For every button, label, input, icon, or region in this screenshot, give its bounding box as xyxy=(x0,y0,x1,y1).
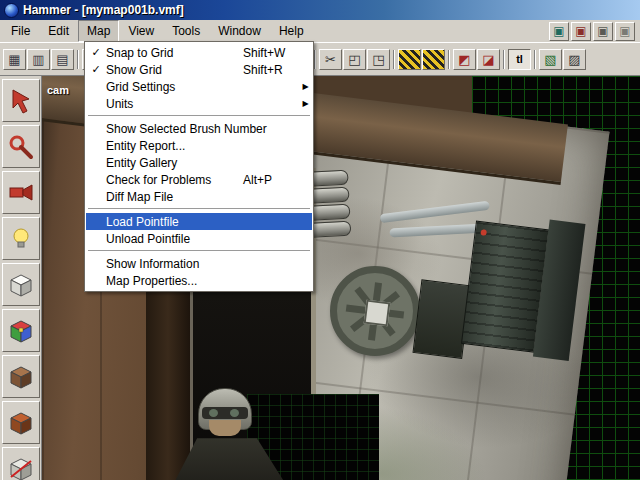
tool-palette xyxy=(0,76,42,480)
menu-item-label: Check for Problems xyxy=(106,173,243,187)
overlay-tool-button[interactable] xyxy=(2,401,40,444)
valve-hub xyxy=(364,300,391,327)
menu-item-entity-gallery[interactable]: Entity Gallery xyxy=(86,154,312,171)
white-cube-icon xyxy=(8,272,34,298)
grid-larger-button[interactable]: ▤ xyxy=(51,49,74,70)
menu-item-label: Show Grid xyxy=(106,63,243,77)
menu-item-entity-report[interactable]: Entity Report... xyxy=(86,137,312,154)
grid-smaller-button[interactable]: ▥ xyxy=(27,49,50,70)
hammer-app-icon xyxy=(4,3,19,18)
texture-application-tool-button[interactable] xyxy=(2,309,40,352)
menu-item-show-grid[interactable]: ✓ Show Grid Shift+R xyxy=(86,61,312,78)
menu-map[interactable]: Map xyxy=(78,20,119,42)
camera-viewport-label: cam xyxy=(47,84,69,96)
menu-item-show-information[interactable]: Show Information xyxy=(86,255,312,272)
menu-separator xyxy=(88,115,310,117)
selection-arrow-icon xyxy=(8,88,34,114)
select-touching-button[interactable]: ◩ xyxy=(453,49,476,70)
menu-bar: File Edit Map View Tools Window Help ▣ ▣… xyxy=(0,20,640,42)
soldier-face xyxy=(209,420,241,436)
block-tool-button[interactable] xyxy=(2,263,40,306)
entity-tool-button[interactable] xyxy=(2,217,40,260)
menu-item-grid-settings[interactable]: Grid Settings ▶ xyxy=(86,78,312,95)
menu-item-label: Snap to Grid xyxy=(106,46,243,60)
menu-item-label: Show Selected Brush Number xyxy=(106,122,267,136)
menu-window[interactable]: Window xyxy=(209,20,270,42)
menu-tools[interactable]: Tools xyxy=(163,20,209,42)
cube-teal-icon[interactable]: ▣ xyxy=(549,22,569,41)
goggle-lens xyxy=(209,409,218,417)
menu-edit[interactable]: Edit xyxy=(39,20,78,42)
menu-item-label: Units xyxy=(106,97,243,111)
menu-item-map-properties[interactable]: Map Properties... xyxy=(86,272,312,289)
toggle-grid-button[interactable]: ▦ xyxy=(3,49,26,70)
clipping-tool-button[interactable] xyxy=(2,447,40,480)
texture-application-button[interactable]: ▧ xyxy=(539,49,562,70)
menu-item-label: Show Information xyxy=(106,257,243,271)
cube-red-icon[interactable]: ▣ xyxy=(571,22,591,41)
menu-item-label: Grid Settings xyxy=(106,80,243,94)
orange-cube-icon xyxy=(8,410,34,436)
submenu-arrow-icon: ▶ xyxy=(299,99,312,108)
toolbar-separator xyxy=(77,50,79,69)
toolbar-separator xyxy=(448,50,450,69)
soldier-torso xyxy=(162,434,292,480)
menu-item-shortcut: Alt+P xyxy=(243,173,299,187)
toolbar-separator xyxy=(393,50,395,69)
cube-dark-icon[interactable]: ▣ xyxy=(615,22,635,41)
menu-file[interactable]: File xyxy=(2,20,39,42)
brown-cube-icon xyxy=(8,364,34,390)
copy-button[interactable]: ◰ xyxy=(343,49,366,70)
cordon-edit-button[interactable] xyxy=(398,49,421,70)
window-title: Hammer - [mymap001b.vmf] xyxy=(23,3,184,17)
menu-item-shortcut: Shift+W xyxy=(243,46,299,60)
select-inside-button[interactable]: ◪ xyxy=(477,49,500,70)
menu-item-load-pointfile[interactable]: Load Pointfile xyxy=(86,213,312,230)
goggle-lens xyxy=(230,409,239,417)
menu-item-label: Entity Report... xyxy=(106,139,243,153)
menu-item-unload-pointfile[interactable]: Unload Pointfile xyxy=(86,230,312,247)
menu-separator xyxy=(88,208,310,210)
menu-item-label: Unload Pointfile xyxy=(106,232,243,246)
menu-help[interactable]: Help xyxy=(270,20,313,42)
menu-item-diff-map-file[interactable]: Diff Map File xyxy=(86,188,312,205)
cube-gray-icon[interactable]: ▣ xyxy=(593,22,613,41)
rainbow-cube-icon xyxy=(8,318,34,344)
hammer-editor-window: Hammer - [mymap001b.vmf] File Edit Map V… xyxy=(0,0,640,480)
checkmark-icon: ✓ xyxy=(86,46,106,59)
displacement-mask-button[interactable]: ▨ xyxy=(563,49,586,70)
submenu-arrow-icon: ▶ xyxy=(299,82,312,91)
menu-item-show-selected-brush-number[interactable]: Show Selected Brush Number xyxy=(86,120,312,137)
toolbar-separator xyxy=(534,50,536,69)
toolbar-separator xyxy=(503,50,505,69)
menu-item-label: Entity Gallery xyxy=(106,156,243,170)
magnify-tool-button[interactable] xyxy=(2,125,40,168)
camera-icon xyxy=(8,180,34,206)
menu-item-snap-to-grid[interactable]: ✓ Snap to Grid Shift+W xyxy=(86,44,312,61)
paste-button[interactable]: ◳ xyxy=(367,49,390,70)
magnifier-icon xyxy=(8,134,34,160)
texture-lock-button[interactable]: tl xyxy=(508,49,531,70)
soldier-goggles xyxy=(202,407,248,419)
decal-tool-button[interactable] xyxy=(2,355,40,398)
menu-separator xyxy=(88,250,310,252)
cordon-toggle-button[interactable] xyxy=(422,49,445,70)
machine-panel xyxy=(400,184,599,409)
menu-item-check-for-problems[interactable]: Check for Problems Alt+P xyxy=(86,171,312,188)
machine-cabinet-small xyxy=(412,279,471,359)
lightbulb-icon xyxy=(8,226,34,252)
menu-item-units[interactable]: Units ▶ xyxy=(86,95,312,112)
camera-tool-button[interactable] xyxy=(2,171,40,214)
toolbar-separator xyxy=(314,50,316,69)
menubar-icon-cluster: ▣ ▣ ▣ ▣ xyxy=(549,22,640,41)
map-menu-popup: ✓ Snap to Grid Shift+W ✓ Show Grid Shift… xyxy=(84,41,314,292)
menu-item-label: Load Pointfile xyxy=(106,215,243,229)
checkmark-icon: ✓ xyxy=(86,63,106,76)
menu-view[interactable]: View xyxy=(119,20,163,42)
selection-tool-button[interactable] xyxy=(2,79,40,122)
soldier-model xyxy=(162,388,292,480)
cut-button[interactable]: ✂ xyxy=(319,49,342,70)
menu-item-label: Diff Map File xyxy=(106,190,243,204)
titlebar[interactable]: Hammer - [mymap001b.vmf] xyxy=(0,0,640,20)
menu-item-label: Map Properties... xyxy=(106,274,243,288)
